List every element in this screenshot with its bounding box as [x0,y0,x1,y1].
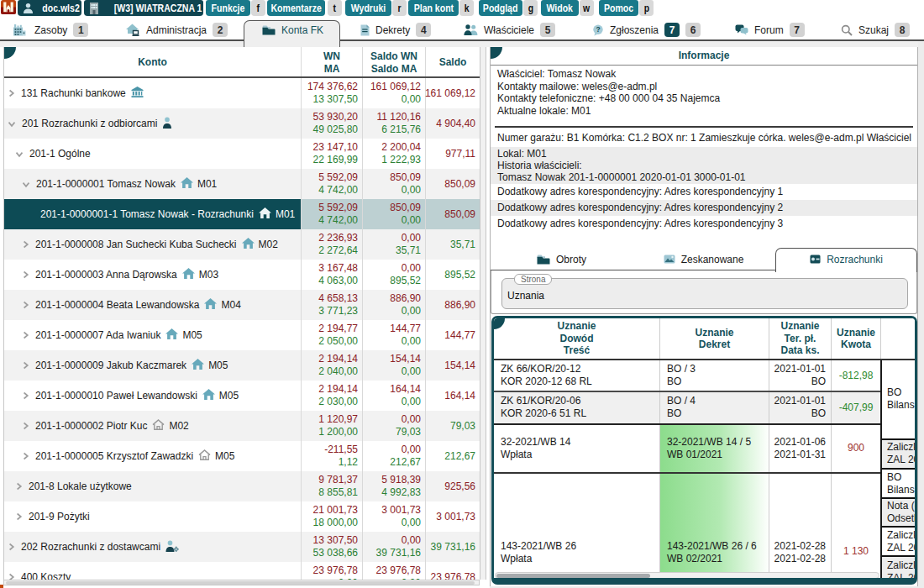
svg-text:?: ? [596,25,600,34]
